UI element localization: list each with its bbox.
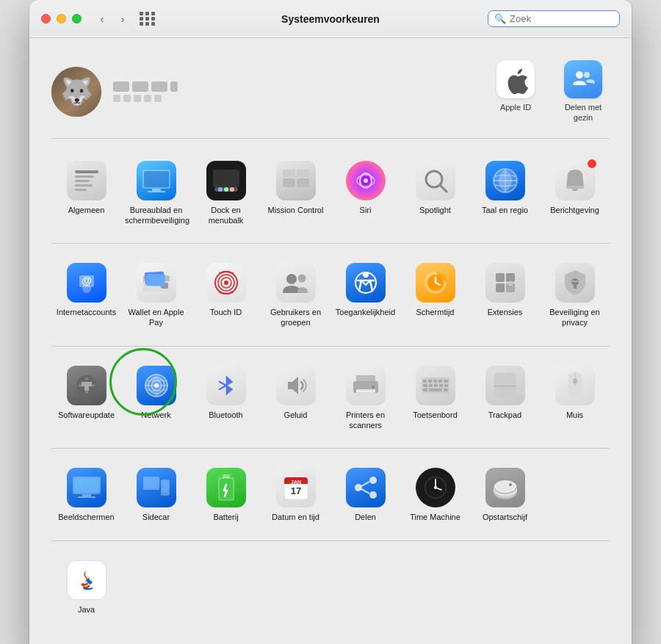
svg-rect-58 (571, 281, 579, 282)
delen-gezin-button[interactable]: Delen met gezin (557, 60, 610, 123)
icon-item-schermtijd[interactable]: Schermtijd (400, 256, 470, 334)
apple-id-button[interactable]: Apple ID (489, 60, 542, 112)
icon-dock (206, 161, 246, 200)
icon-label-toegankelijkheid: Toegankelijkheid (336, 307, 395, 317)
svg-rect-17 (283, 170, 295, 177)
svg-point-112 (355, 484, 362, 491)
email-block-3 (134, 95, 141, 102)
icon-label-siri: Siri (360, 205, 372, 215)
svg-line-23 (440, 185, 447, 192)
icon-item-beveiliging[interactable]: Beveiliging en privacy (540, 256, 610, 334)
name-block-1 (113, 82, 129, 92)
icon-label-berichtgeving: Berichtgeving (550, 205, 599, 215)
icon-netwerk (137, 366, 176, 405)
svg-rect-76 (423, 380, 427, 383)
svg-point-74 (372, 386, 375, 388)
icon-item-spotlight[interactable]: Spotlight (400, 153, 470, 232)
svg-rect-73 (356, 391, 375, 392)
icon-label-gebruikers: Gebruikers en groepen (264, 307, 327, 328)
avatar[interactable]: 🐺 (51, 67, 101, 117)
icon-item-mission[interactable]: Mission Control (261, 153, 330, 232)
svg-point-13 (224, 187, 228, 192)
svg-rect-70 (356, 375, 375, 381)
svg-rect-52 (506, 273, 515, 282)
icon-label-time: Time Machine (410, 512, 460, 522)
icon-item-taal[interactable]: Taal en regio (470, 153, 540, 232)
icon-item-java[interactable]: Java (51, 553, 121, 621)
icon-item-berichtgeving[interactable]: Berichtgeving (540, 153, 610, 232)
icon-item-dock[interactable]: Dock en menubalk (191, 153, 261, 232)
icon-item-sidecar[interactable]: Sidecar (121, 460, 191, 528)
icon-schermtijd (416, 263, 455, 303)
icon-spotlight (416, 161, 455, 200)
icon-toetsenbord (416, 366, 455, 405)
back-button[interactable]: ‹ (93, 10, 111, 28)
icon-wallet (137, 263, 176, 303)
icon-item-delen[interactable]: Delen (330, 460, 400, 528)
icon-beeldschermen (67, 468, 106, 507)
section-1: Algemeen Bureaublad en schermbeveiliging (51, 153, 610, 245)
icon-item-toegankelijkheid[interactable]: Toegankelijkheid (330, 256, 400, 334)
icon-item-beeldschermen[interactable]: Beeld­schermen (51, 460, 121, 528)
minimize-button[interactable] (57, 14, 66, 23)
close-button[interactable] (41, 14, 51, 23)
icon-item-time[interactable]: Time Machine (400, 460, 470, 528)
traffic-lights (41, 14, 82, 23)
icon-item-extensies[interactable]: Extensies (470, 256, 540, 334)
icon-item-datum[interactable]: JAN 17 Datum en tijd (261, 460, 330, 528)
maximize-button[interactable] (72, 14, 82, 23)
icon-berichtgeving (555, 161, 595, 200)
icon-item-batterij[interactable]: Batterij (191, 460, 261, 528)
svg-rect-51 (496, 273, 505, 282)
icon-mission (276, 161, 316, 200)
name-block-2 (132, 82, 148, 92)
svg-rect-16 (297, 178, 309, 187)
svg-rect-87 (423, 388, 427, 391)
svg-rect-72 (356, 389, 375, 397)
icon-item-siri[interactable]: Siri (330, 153, 400, 232)
icon-item-geluid[interactable]: Geluid (261, 358, 330, 437)
icon-batterij (206, 468, 246, 507)
svg-point-62 (92, 384, 95, 387)
icon-item-gebruikers[interactable]: Gebruikers en groepen (261, 256, 330, 334)
icon-item-algemeen[interactable]: Algemeen (51, 153, 121, 232)
icon-item-trackpad[interactable]: Trackpad (470, 358, 540, 437)
icon-item-wallet[interactable]: Wallet en Apple Pay (121, 256, 191, 334)
forward-button[interactable]: › (114, 10, 131, 28)
svg-rect-5 (75, 184, 93, 187)
svg-point-127 (509, 483, 512, 486)
icon-item-netwerk[interactable]: Netwerk (121, 358, 191, 437)
icon-item-internet[interactable]: @ Internet­accounts (51, 256, 121, 334)
avatar-wolf-image: 🐺 (51, 67, 101, 117)
icon-item-opstart[interactable]: Opstart­schijf (470, 460, 540, 528)
search-box[interactable]: 🔍 (488, 10, 620, 27)
svg-rect-80 (444, 380, 448, 383)
svg-rect-55 (508, 281, 513, 286)
name-block-3 (151, 82, 167, 92)
icon-item-touchid[interactable]: Touch ID (191, 256, 261, 334)
delen-gezin-icon (564, 60, 602, 98)
icon-item-software[interactable]: Software­update (51, 358, 121, 437)
svg-rect-38 (145, 274, 165, 286)
svg-point-21 (364, 178, 368, 183)
grid-view-button[interactable] (137, 9, 158, 29)
svg-rect-85 (444, 384, 448, 387)
icon-label-wallet: Wallet en Apple Pay (125, 307, 187, 328)
svg-point-0 (576, 71, 583, 79)
icon-toegankelijkheid (346, 263, 386, 303)
svg-rect-4 (75, 180, 90, 182)
svg-rect-83 (434, 384, 438, 387)
icon-item-toetsenbord[interactable]: Toetsenbord (400, 358, 470, 437)
icon-java (67, 560, 106, 600)
svg-point-43 (286, 274, 297, 284)
user-info (113, 82, 489, 102)
icon-item-bureaubl[interactable]: Bureaublad en schermbeveiliging (121, 153, 191, 232)
search-input[interactable] (510, 13, 613, 24)
icon-label-bureaubl: Bureaublad en schermbeveiliging (125, 205, 187, 226)
svg-text:17: 17 (290, 485, 300, 496)
icon-item-printers[interactable]: Printers en scanners (330, 358, 400, 437)
icon-internet: @ (67, 263, 106, 303)
svg-text:JAN: JAN (290, 480, 300, 485)
icon-item-bluetooth[interactable]: Bluetooth (191, 358, 261, 437)
icon-item-muis[interactable]: Muis (540, 358, 610, 437)
